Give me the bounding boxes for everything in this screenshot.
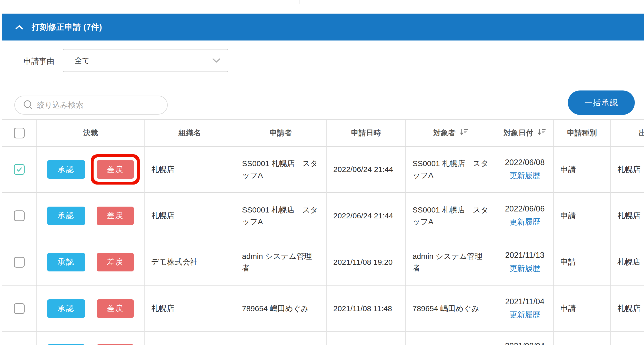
- approve-button[interactable]: 承認: [47, 160, 85, 179]
- org-cell: 札幌店: [145, 147, 235, 193]
- timecard-correction-page: 打刻修正申請 (7件) 申請事由 全て 絞り込み検索 一括承認 決裁: [0, 0, 644, 345]
- applicant-cell: SS0001 札幌店 スタ ッフA: [235, 193, 327, 239]
- target-date-cell: 2022/06/08 更新履歴: [496, 147, 554, 193]
- target-date-value: 2021/11/13: [505, 251, 545, 260]
- row-select-cell: [2, 239, 37, 286]
- row-select-cell: [2, 332, 37, 345]
- applied-at-cell: 2021/11/08 19:20: [327, 239, 406, 286]
- approve-button[interactable]: 承認: [47, 207, 85, 225]
- header-clockin-org: 出: [611, 120, 644, 147]
- target-cell: [406, 332, 496, 345]
- approve-button[interactable]: 承認: [47, 299, 85, 318]
- org-cell: [145, 332, 235, 345]
- applicant-cell: [235, 332, 327, 345]
- chevron-down-icon: [212, 58, 220, 63]
- target-cell: SS0001 札幌店 スタ ッフA: [406, 193, 496, 239]
- header-target-label: 対象者: [433, 128, 456, 138]
- target-cell: admin システム管理 者: [406, 239, 496, 286]
- search-placeholder: 絞り込み検索: [37, 100, 83, 110]
- reason-selected-value: 全て: [74, 55, 212, 66]
- target-cell: 789654 嶋田めぐみ: [406, 286, 496, 332]
- target-date-value: 2022/06/06: [505, 204, 545, 214]
- sort-descending-icon[interactable]: [460, 128, 468, 138]
- update-history-link[interactable]: 更新履歴: [509, 310, 540, 320]
- reject-button[interactable]: 差戻: [97, 253, 134, 271]
- header-applied-at: 申請日時: [327, 120, 406, 147]
- target-cell: SS0001 札幌店 スタ ッフA: [406, 147, 496, 193]
- header-applicant: 申請者: [235, 120, 327, 147]
- header-target-date-label: 対象日付: [504, 128, 533, 138]
- row-actions-cell: 承認 差戻: [37, 193, 145, 239]
- page-title: 打刻修正申請 (7件): [32, 22, 102, 33]
- section-header-bar: 打刻修正申請 (7件): [2, 14, 644, 40]
- reject-button[interactable]: 差戻: [97, 207, 134, 225]
- row-select-cell: [2, 193, 37, 239]
- update-history-link[interactable]: 更新履歴: [509, 170, 540, 181]
- target-date-cell: 2021/11/04 更新履歴: [496, 286, 554, 332]
- applicant-cell: admin システム管理 者: [235, 239, 327, 286]
- target-date-value: 2021/11/04: [505, 297, 545, 306]
- clockin-org-cell: 札幌店: [611, 239, 644, 286]
- org-cell: 札幌店: [145, 286, 235, 332]
- top-divider-line: [299, 0, 299, 4]
- reason-select[interactable]: 全て: [63, 49, 228, 72]
- clockin-org-cell: 札幌店: [611, 147, 644, 193]
- header-request-type: 申請種別: [554, 120, 611, 147]
- applied-at-cell: 2022/06/24 21:44: [327, 147, 406, 193]
- header-org: 組織名: [145, 120, 235, 147]
- target-date-value: 2021/08/04: [505, 341, 545, 345]
- request-type-cell: 申請: [554, 239, 611, 286]
- clockin-org-cell: [611, 332, 644, 345]
- clockin-org-cell: 札幌店: [611, 286, 644, 332]
- update-history-link[interactable]: 更新履歴: [509, 263, 540, 274]
- row-checkbox[interactable]: [14, 303, 25, 314]
- header-target[interactable]: 対象者: [406, 120, 496, 147]
- target-date-value: 2022/06/08: [505, 158, 545, 167]
- applied-at-cell: 2021/11/08 11:48: [327, 286, 406, 332]
- row-select-cell: [2, 147, 37, 193]
- request-type-cell: 申請: [554, 193, 611, 239]
- select-all-checkbox[interactable]: [14, 128, 25, 138]
- row-actions-cell: 承認 差戻: [37, 332, 145, 345]
- org-cell: デモ株式会社: [145, 239, 235, 286]
- target-date-cell: 2021/08/04: [496, 332, 554, 345]
- applied-at-cell: 2022/06/24 21:44: [327, 193, 406, 239]
- reason-filter-label: 申請事由: [24, 56, 54, 67]
- org-cell: 札幌店: [145, 193, 235, 239]
- reject-button-highlighted[interactable]: 差戻: [97, 160, 134, 179]
- row-actions-cell: 承認 差戻: [37, 239, 145, 286]
- clockin-org-cell: 札幌店: [611, 193, 644, 239]
- row-checkbox-checked[interactable]: [14, 164, 25, 175]
- header-select-all-cell: [2, 120, 37, 147]
- row-actions-cell: 承認 差戻: [37, 147, 145, 193]
- sort-descending-icon[interactable]: [537, 128, 546, 138]
- search-input[interactable]: 絞り込み検索: [14, 96, 168, 115]
- applicant-cell: SS0001 札幌店 スタ ッフA: [235, 147, 327, 193]
- request-type-cell: 申請: [554, 286, 611, 332]
- target-date-cell: 2022/06/06 更新履歴: [496, 193, 554, 239]
- target-date-cell: 2021/11/13 更新履歴: [496, 239, 554, 286]
- bulk-approve-button[interactable]: 一括承認: [568, 90, 635, 115]
- applied-at-cell: [327, 332, 406, 345]
- request-type-cell: [554, 332, 611, 345]
- row-select-cell: [2, 286, 37, 332]
- chevron-up-icon[interactable]: [15, 25, 23, 29]
- requests-table: 決裁 組織名 申請者 申請日時 対象者: [2, 119, 644, 345]
- row-checkbox[interactable]: [14, 257, 25, 268]
- row-actions-cell: 承認 差戻: [37, 286, 145, 332]
- header-approval: 決裁: [37, 120, 145, 147]
- reject-button[interactable]: 差戻: [97, 299, 134, 318]
- row-checkbox[interactable]: [14, 210, 25, 221]
- update-history-link[interactable]: 更新履歴: [509, 217, 540, 227]
- request-type-cell: 申請: [554, 147, 611, 193]
- header-target-date[interactable]: 対象日付: [496, 120, 554, 147]
- search-icon: [23, 100, 33, 110]
- approve-button[interactable]: 承認: [47, 253, 85, 271]
- applicant-cell: 789654 嶋田めぐみ: [235, 286, 327, 332]
